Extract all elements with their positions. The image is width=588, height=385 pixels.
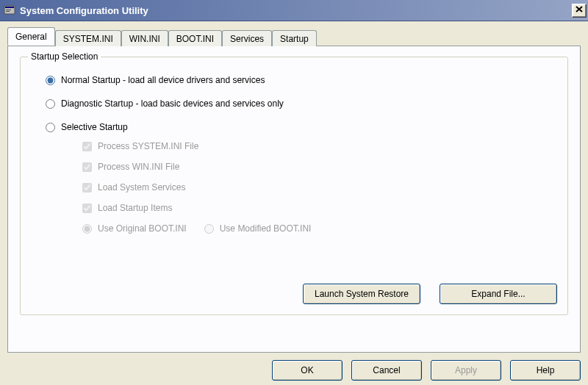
tab-strip: General SYSTEM.INI WIN.INI BOOT.INI Serv… bbox=[7, 29, 581, 46]
radio-selective-startup[interactable] bbox=[46, 123, 55, 132]
radio-normal-startup-label: Normal Startup - load all device drivers… bbox=[61, 75, 265, 85]
radio-use-original-bootini bbox=[82, 224, 92, 234]
msconfig-icon bbox=[3, 4, 16, 17]
svg-rect-2 bbox=[6, 10, 11, 10]
tab-general[interactable]: General bbox=[7, 27, 55, 46]
close-button[interactable] bbox=[572, 4, 587, 18]
radio-diagnostic-startup[interactable] bbox=[46, 99, 55, 109]
cancel-button[interactable]: Cancel bbox=[351, 360, 422, 381]
check-load-startup-items-label: Load Startup Items bbox=[98, 203, 172, 213]
tab-startup[interactable]: Startup bbox=[272, 30, 317, 46]
radio-normal-startup[interactable] bbox=[46, 76, 55, 85]
tab-services[interactable]: Services bbox=[222, 30, 272, 46]
apply-button[interactable]: Apply bbox=[431, 360, 501, 381]
launch-system-restore-button[interactable]: Launch System Restore bbox=[303, 284, 420, 304]
client-area: General SYSTEM.INI WIN.INI BOOT.INI Serv… bbox=[0, 21, 588, 385]
check-process-system-ini-label: Process SYSTEM.INI File bbox=[98, 141, 198, 151]
radio-diagnostic-startup-label: Diagnostic Startup - load basic devices … bbox=[61, 98, 284, 109]
group-action-buttons: Launch System Restore Expand File... bbox=[303, 284, 557, 304]
radio-use-modified-bootini bbox=[204, 224, 214, 234]
dialog-button-row: OK Cancel Apply Help bbox=[7, 353, 581, 381]
expand-file-button[interactable]: Expand File... bbox=[440, 284, 557, 304]
selective-sub-options: Process SYSTEM.INI File Process WIN.INI … bbox=[82, 141, 556, 234]
window-title: System Configuration Utility bbox=[20, 5, 572, 16]
startup-selection-group: Startup Selection Normal Startup - load … bbox=[20, 57, 568, 315]
check-load-system-services-label: Load System Services bbox=[98, 182, 185, 192]
help-button[interactable]: Help bbox=[510, 360, 581, 381]
check-process-win-ini bbox=[82, 162, 92, 172]
tab-system-ini[interactable]: SYSTEM.INI bbox=[55, 30, 121, 46]
svg-rect-3 bbox=[6, 11, 10, 12]
titlebar: System Configuration Utility bbox=[0, 0, 588, 21]
radio-selective-startup-label: Selective Startup bbox=[61, 122, 128, 132]
radio-use-modified-bootini-label: Use Modified BOOT.INI bbox=[220, 223, 312, 234]
tab-panel-general: Startup Selection Normal Startup - load … bbox=[7, 46, 581, 353]
svg-rect-1 bbox=[5, 7, 14, 8]
group-legend: Startup Selection bbox=[28, 51, 101, 62]
check-process-system-ini bbox=[82, 142, 92, 151]
check-process-win-ini-label: Process WIN.INI File bbox=[98, 162, 179, 172]
radio-use-original-bootini-label: Use Original BOOT.INI bbox=[98, 223, 187, 234]
check-load-startup-items bbox=[82, 204, 92, 213]
tab-win-ini[interactable]: WIN.INI bbox=[121, 30, 168, 46]
tab-boot-ini[interactable]: BOOT.INI bbox=[168, 30, 222, 46]
check-load-system-services bbox=[82, 183, 92, 192]
ok-button[interactable]: OK bbox=[272, 360, 343, 381]
